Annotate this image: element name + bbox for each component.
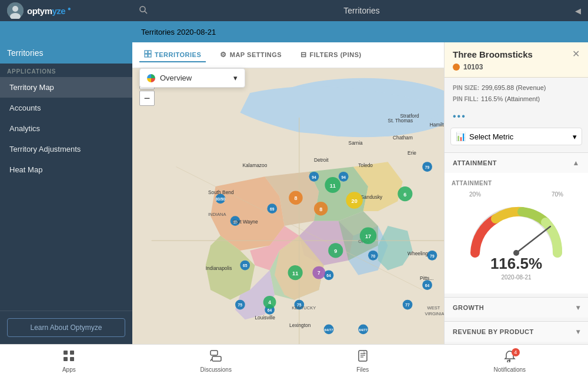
sidebar-toggle-icon[interactable]: ◀ <box>575 6 581 15</box>
growth-chevron-icon: ▾ <box>576 303 580 312</box>
gauge-labels: 20% 70% <box>463 191 569 198</box>
gauge-svg <box>463 200 569 259</box>
attainment-section: ATTAINMENT ▲ ATTAINMENT 20% 70% <box>445 152 588 293</box>
svg-text:8: 8 <box>294 195 297 201</box>
nav-files[interactable]: Files <box>356 349 369 373</box>
bottom-nav: Apps Discussions Files <box>0 344 588 377</box>
tab-territories[interactable]: TERRITORIES <box>139 48 206 62</box>
svg-text:79: 79 <box>425 165 430 169</box>
attainment-inner-label: ATTAINMENT <box>452 180 581 186</box>
svg-rect-7 <box>145 54 148 57</box>
map-container[interactable]: TERRITORIES ⚙ MAP SETTINGS ⊟ FILTERS (PI… <box>132 42 444 344</box>
svg-text:Detroit: Detroit <box>314 157 329 163</box>
svg-text:Indianapolis: Indianapolis <box>206 265 232 271</box>
svg-text:11: 11 <box>330 183 336 189</box>
svg-text:11: 11 <box>292 271 298 276</box>
sidebar-item-label: Heat Map <box>9 165 42 174</box>
pin-size-row: PIN SIZE: 299,695.88 (Revenue) <box>453 82 580 94</box>
pin-info-area: PIN SIZE: 299,695.88 (Revenue) PIN FILL:… <box>445 78 588 109</box>
svg-text:64/77: 64/77 <box>359 328 368 332</box>
nav-apps[interactable]: Apps <box>62 349 76 373</box>
svg-point-1 <box>12 6 18 12</box>
dropdown-overview-item[interactable]: Overview ▾ <box>140 69 245 87</box>
svg-text:Stratford: Stratford <box>400 113 419 119</box>
svg-line-4 <box>145 11 147 14</box>
learn-about-button[interactable]: Learn About Optymyze <box>7 318 125 337</box>
pin-more-dots[interactable]: ••• <box>445 109 588 124</box>
svg-text:Fort Wayne: Fort Wayne <box>233 219 258 225</box>
svg-text:4: 4 <box>268 299 271 305</box>
pin-color-indicator <box>453 64 460 71</box>
right-panel: Three Broomsticks 10103 ✕ PIN SIZE: 299,… <box>444 42 588 344</box>
sidebar-item-territory-adjustments[interactable]: Territory Adjustments <box>0 139 132 159</box>
territory-dropdown[interactable]: Overview ▾ <box>139 68 245 88</box>
svg-text:80/90: 80/90 <box>215 197 225 201</box>
attainment-section-header[interactable]: ATTAINMENT ▲ <box>445 153 588 173</box>
revenue-by-product-label: REVENUE BY PRODUCT <box>453 328 534 335</box>
nav-discussions[interactable]: Discussions <box>201 349 232 373</box>
growth-section: GROWTH ▾ <box>445 297 588 318</box>
svg-text:Toledo: Toledo <box>358 162 373 168</box>
sidebar-item-analytics[interactable]: Analytics <box>0 118 132 139</box>
nav-notifications[interactable]: 4 Notifications <box>494 349 526 373</box>
sidebar-item-territory-map[interactable]: Territory Map <box>0 77 132 98</box>
panel-close-button[interactable]: ✕ <box>572 49 580 59</box>
svg-line-104 <box>516 226 550 253</box>
search-icon[interactable] <box>139 5 148 16</box>
map-settings-tab-label: MAP SETTINGS <box>230 51 282 58</box>
sidebar-section-label: APPLICATIONS <box>0 64 132 77</box>
svg-rect-111 <box>212 356 221 361</box>
svg-text:Erie: Erie <box>407 150 416 156</box>
svg-text:Pitts...: Pitts... <box>420 275 433 281</box>
secondary-bar-title: Territories 2020-08-21 <box>141 28 216 36</box>
svg-rect-110 <box>211 351 218 355</box>
notification-badge: 4 <box>512 348 520 356</box>
tab-map-settings[interactable]: ⚙ MAP SETTINGS <box>215 48 286 62</box>
map-background[interactable]: 65 65 94 94 70 77 75 75 64/77 64/77 <box>132 68 444 344</box>
top-bar-title: Territories <box>148 6 575 15</box>
top-bar: optymyze ● Territories ◀ <box>0 0 588 21</box>
sidebar-item-label: Accounts <box>9 104 41 112</box>
svg-text:20: 20 <box>352 198 358 204</box>
svg-text:94: 94 <box>341 175 346 179</box>
metric-select-dropdown[interactable]: 📊 Select Metric ▾ <box>450 128 582 145</box>
growth-section-header[interactable]: GROWTH ▾ <box>445 298 588 318</box>
secondary-bar: Territories 2020-08-21 <box>0 21 588 42</box>
sidebar-footer: Learn About Optymyze <box>0 311 132 344</box>
sidebar-item-label: Territory Adjustments <box>9 145 81 154</box>
svg-text:7: 7 <box>318 270 320 276</box>
svg-text:64: 64 <box>326 273 331 278</box>
svg-point-3 <box>140 6 145 12</box>
sidebar-item-accounts[interactable]: Accounts <box>0 98 132 118</box>
sidebar-item-label: Analytics <box>9 124 40 133</box>
svg-text:KENTUCKY: KENTUCKY <box>292 305 316 311</box>
svg-point-118 <box>507 360 510 362</box>
svg-text:Kalamazoo: Kalamazoo <box>243 162 268 168</box>
revenue-chevron-icon: ▾ <box>576 328 580 336</box>
panel-header: Three Broomsticks 10103 ✕ <box>445 42 588 78</box>
attainment-content: ATTAINMENT 20% 70% <box>445 173 588 293</box>
gauge-low-label: 20% <box>469 191 481 198</box>
svg-text:79: 79 <box>430 254 435 258</box>
map-toolbar: TERRITORIES ⚙ MAP SETTINGS ⊟ FILTERS (PI… <box>132 42 444 68</box>
svg-text:8: 8 <box>319 206 322 212</box>
svg-text:VIRGINIA: VIRGINIA <box>425 311 444 316</box>
svg-rect-106 <box>64 351 68 355</box>
revenue-by-product-header[interactable]: REVENUE BY PRODUCT ▾ <box>445 322 588 342</box>
zoom-out-button[interactable]: − <box>139 91 155 106</box>
dropdown-item-label: Overview <box>160 74 192 82</box>
svg-text:Chatham: Chatham <box>393 135 413 141</box>
sidebar-item-heat-map[interactable]: Heat Map <box>0 159 132 180</box>
svg-text:65: 65 <box>243 263 248 268</box>
filters-tab-label: FILTERS (PINS) <box>310 51 362 58</box>
territory-map-svg: 65 65 94 94 70 77 75 75 64/77 64/77 <box>132 68 444 344</box>
svg-rect-6 <box>148 51 151 54</box>
sidebar-item-label: Territory Map <box>9 83 54 92</box>
tab-filters[interactable]: ⊟ FILTERS (PINS) <box>296 48 366 62</box>
panel-pin-area: 10103 <box>453 63 533 71</box>
gauge-high-label: 70% <box>552 191 563 198</box>
svg-text:Louisville: Louisville <box>255 315 275 321</box>
files-icon <box>356 349 369 365</box>
bar-chart-icon: 📊 <box>456 132 466 141</box>
filter-icon: ⊟ <box>300 51 307 59</box>
